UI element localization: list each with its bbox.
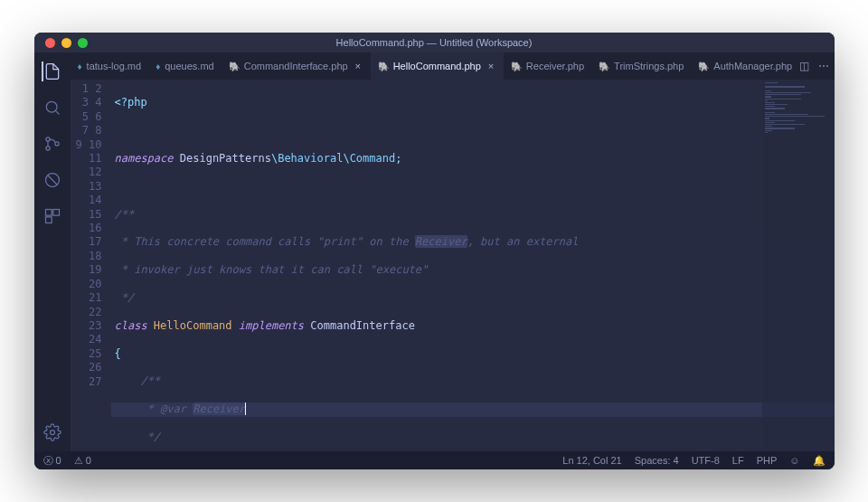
markdown-icon: ♦ <box>78 62 82 71</box>
svg-rect-7 <box>45 210 52 216</box>
php-icon: 🐘 <box>378 62 389 71</box>
tab-hellocommand[interactable]: 🐘HelloCommand.php× <box>371 52 504 80</box>
debug-icon[interactable] <box>42 170 62 190</box>
tab-bar: ♦tatus-log.md ♦queues.md 🐘CommandInterfa… <box>71 52 835 80</box>
search-icon[interactable] <box>42 98 62 118</box>
php-icon: 🐘 <box>599 62 609 71</box>
markdown-icon: ♦ <box>156 62 160 71</box>
error-icon: ⓧ <box>43 454 53 468</box>
explorer-icon[interactable] <box>42 62 61 81</box>
status-cursor-position[interactable]: Ln 12, Col 21 <box>562 455 621 466</box>
extensions-icon[interactable] <box>42 206 62 226</box>
tab-label: queues.md <box>165 61 213 71</box>
php-icon: 🐘 <box>229 62 240 71</box>
status-warnings[interactable]: ⚠0 <box>74 455 91 467</box>
status-bell-icon[interactable]: 🔔 <box>813 455 826 467</box>
svg-rect-9 <box>45 217 52 223</box>
tab-queues[interactable]: ♦queues.md <box>148 52 222 80</box>
php-icon: 🐘 <box>511 62 522 71</box>
main-area: ♦tatus-log.md ♦queues.md 🐘CommandInterfa… <box>71 52 835 451</box>
titlebar: HelloCommand.php — Untitled (Workspace) <box>34 33 835 52</box>
status-errors[interactable]: ⓧ0 <box>43 454 61 468</box>
warning-icon: ⚠ <box>74 455 83 467</box>
scm-icon[interactable] <box>42 134 62 154</box>
tab-label: TrimStrings.php <box>614 61 684 71</box>
status-feedback-icon[interactable]: ☺ <box>789 455 799 466</box>
svg-point-2 <box>45 137 49 141</box>
workspace: ♦tatus-log.md ♦queues.md 🐘CommandInterfa… <box>34 52 835 451</box>
minimap[interactable] <box>762 80 835 451</box>
tab-commandinterface[interactable]: 🐘CommandInterface.php× <box>222 52 371 80</box>
window-title: HelloCommand.php — Untitled (Workspace) <box>34 37 835 48</box>
editor-window: HelloCommand.php — Untitled (Workspace) … <box>34 33 835 469</box>
tab-label: HelloCommand.php <box>393 61 481 71</box>
tab-authmanager[interactable]: 🐘AuthManager.php <box>691 52 799 80</box>
php-icon: 🐘 <box>698 62 709 71</box>
svg-line-1 <box>55 111 59 115</box>
tab-receiver[interactable]: 🐘Receiver.php <box>504 52 591 80</box>
status-language[interactable]: PHP <box>757 455 778 466</box>
tab-actions: ◫ ⋯ <box>799 52 834 80</box>
status-bar: ⓧ0 ⚠0 Ln 12, Col 21 Spaces: 4 UTF-8 LF P… <box>34 451 835 469</box>
svg-point-0 <box>46 101 57 112</box>
svg-point-3 <box>45 147 49 150</box>
svg-point-4 <box>54 142 58 146</box>
activity-bar <box>34 52 71 451</box>
svg-line-6 <box>48 175 57 185</box>
settings-gear-icon[interactable] <box>42 422 62 442</box>
tab-label: CommandInterface.php <box>244 61 348 71</box>
close-icon[interactable]: × <box>353 61 363 71</box>
code-content[interactable]: <?php namespace DesignPatterns\Behaviora… <box>111 80 835 451</box>
code-editor[interactable]: 1 2 3 4 5 6 7 8 9 10 11 12 13 14 15 16 1… <box>71 80 835 451</box>
status-eol[interactable]: LF <box>732 455 744 466</box>
close-icon[interactable]: × <box>486 61 496 71</box>
more-actions-icon[interactable]: ⋯ <box>818 60 829 72</box>
tab-label: Receiver.php <box>526 61 584 71</box>
svg-point-10 <box>50 431 54 435</box>
tab-status-log[interactable]: ♦tatus-log.md <box>71 52 149 80</box>
tab-trimstrings[interactable]: 🐘TrimStrings.php <box>591 52 691 80</box>
status-indent[interactable]: Spaces: 4 <box>635 455 679 466</box>
tab-label: tatus-log.md <box>87 61 142 71</box>
status-encoding[interactable]: UTF-8 <box>692 455 720 466</box>
svg-rect-8 <box>52 210 59 216</box>
split-editor-icon[interactable]: ◫ <box>799 60 809 72</box>
line-numbers: 1 2 3 4 5 6 7 8 9 10 11 12 13 14 15 16 1… <box>71 80 111 451</box>
tab-label: AuthManager.php <box>713 61 792 71</box>
